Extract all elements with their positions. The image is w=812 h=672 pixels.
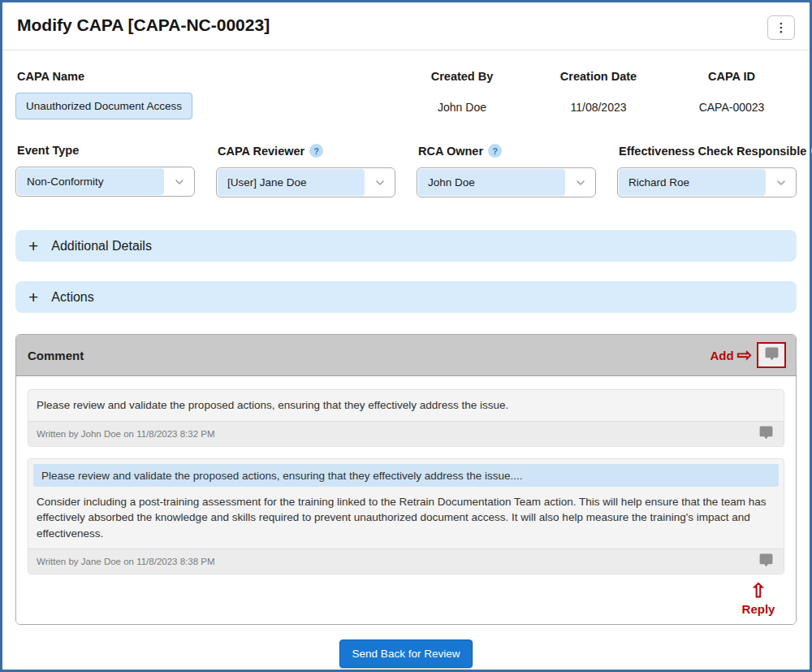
comment-footer: Written by John Doe on 11/8/2023 8:32 PM <box>28 421 784 446</box>
comment-card: Comment Add ⇨ Please review and validate… <box>15 334 797 625</box>
red-arrow-right-icon: ⇨ <box>737 346 752 364</box>
add-annotation-label: Add <box>710 349 733 362</box>
effectiveness-check-dropdown[interactable]: Richard Roe <box>617 167 797 197</box>
comment-bubble-icon <box>764 346 780 365</box>
footer-action-area: Send Back for Review <box>15 625 797 672</box>
effectiveness-check-label: Effectiveness Check Responsible <box>619 145 806 158</box>
reply-comment-button[interactable] <box>755 425 777 443</box>
event-type-group: Event Type Non-Conformity <box>15 144 195 197</box>
info-row: CAPA Name Unauthorized Document Access C… <box>15 67 797 119</box>
add-comment-button[interactable] <box>757 342 786 368</box>
rca-owner-help-icon[interactable]: ? <box>488 144 502 158</box>
created-by-group: Created By John Doe <box>394 67 530 114</box>
event-type-dropdown[interactable]: Non-Conformity <box>15 167 195 197</box>
expand-plus-icon: + <box>28 237 38 254</box>
page-header: Modify CAPA [CAPA-NC-00023] ⋮ <box>2 2 810 50</box>
add-comment-annotation-group: Add ⇨ <box>710 342 786 368</box>
more-options-button[interactable]: ⋮ <box>767 15 795 40</box>
comment-footer: Written by Jane Doe on 11/8/2023 8:38 PM <box>28 548 784 574</box>
comment-text: Consider including a post-training asses… <box>28 487 784 549</box>
kebab-menu-icon: ⋮ <box>775 20 788 35</box>
capa-name-label: CAPA Name <box>17 70 392 83</box>
comment-item: Please review and validate the proposed … <box>28 458 784 575</box>
actions-label: Actions <box>51 290 93 305</box>
capa-reviewer-help-icon[interactable]: ? <box>309 144 323 158</box>
rca-owner-group: RCA Owner ? John Doe <box>417 144 596 197</box>
chevron-down-icon <box>767 168 796 197</box>
event-type-value: Non-Conformity <box>17 168 164 195</box>
creation-date-value: 11/08/2023 <box>530 101 667 114</box>
chevron-down-icon <box>566 168 595 197</box>
capa-reviewer-label: CAPA Reviewer <box>218 145 304 158</box>
send-back-for-review-button[interactable]: Send Back for Review <box>339 639 473 668</box>
effectiveness-check-group: Effectiveness Check Responsible ? Richar… <box>617 144 797 197</box>
comment-item: Please review and validate the proposed … <box>28 389 784 447</box>
capa-reviewer-group: CAPA Reviewer ? [User] Jane Doe <box>216 144 395 197</box>
creation-date-group: Creation Date 11/08/2023 <box>530 67 667 114</box>
comment-bubble-icon <box>758 425 774 443</box>
created-by-label: Created By <box>394 70 530 83</box>
capa-name-input[interactable]: Unauthorized Document Access <box>15 93 192 119</box>
capa-id-label: CAPA ID <box>667 70 797 83</box>
chevron-down-icon <box>365 168 395 197</box>
comment-text: Please review and validate the proposed … <box>28 390 784 421</box>
modify-capa-page: Modify CAPA [CAPA-NC-00023] ⋮ CAPA Name … <box>0 0 812 672</box>
reply-annotation-label: Reply <box>742 602 775 616</box>
capa-id-group: CAPA ID CAPA-00023 <box>667 67 797 114</box>
rca-owner-value: John Doe <box>418 169 565 196</box>
red-arrow-up-icon: ⇧ <box>750 581 767 600</box>
dropdown-row: Event Type Non-Conformity CAPA Reviewer … <box>15 144 797 197</box>
effectiveness-check-value: Richard Roe <box>619 169 766 196</box>
comment-written-by: Written by Jane Doe on 11/8/2023 8:38 PM <box>37 557 215 566</box>
comment-card-header: Comment Add ⇨ <box>16 335 796 376</box>
reply-annotation-group: ⇧ Reply <box>736 581 781 616</box>
page-content: CAPA Name Unauthorized Document Access C… <box>2 50 810 672</box>
comment-written-by: Written by John Doe on 11/8/2023 8:32 PM <box>37 429 215 439</box>
expand-plus-icon: + <box>28 288 38 306</box>
comment-header-label: Comment <box>28 349 84 362</box>
comment-bubble-icon <box>758 553 774 570</box>
capa-reviewer-value: [User] Jane Doe <box>218 169 365 196</box>
comment-list: Please review and validate the proposed … <box>16 376 796 624</box>
chevron-down-icon <box>165 167 194 196</box>
capa-name-group: CAPA Name Unauthorized Document Access <box>15 67 394 119</box>
reply-comment-button[interactable] <box>755 553 777 570</box>
event-type-label: Event Type <box>17 144 79 157</box>
capa-reviewer-dropdown[interactable]: [User] Jane Doe <box>216 167 395 197</box>
comment-quoted-text: Please review and validate the proposed … <box>33 464 779 487</box>
capa-id-value: CAPA-00023 <box>667 101 797 114</box>
additional-details-label: Additional Details <box>51 239 152 254</box>
actions-section[interactable]: + Actions <box>15 281 797 313</box>
rca-owner-dropdown[interactable]: John Doe <box>417 167 596 197</box>
created-by-value: John Doe <box>394 101 530 114</box>
creation-date-label: Creation Date <box>530 70 667 83</box>
additional-details-section[interactable]: + Additional Details <box>15 230 797 262</box>
rca-owner-label: RCA Owner <box>418 145 483 158</box>
page-title: Modify CAPA [CAPA-NC-00023] <box>17 15 270 35</box>
